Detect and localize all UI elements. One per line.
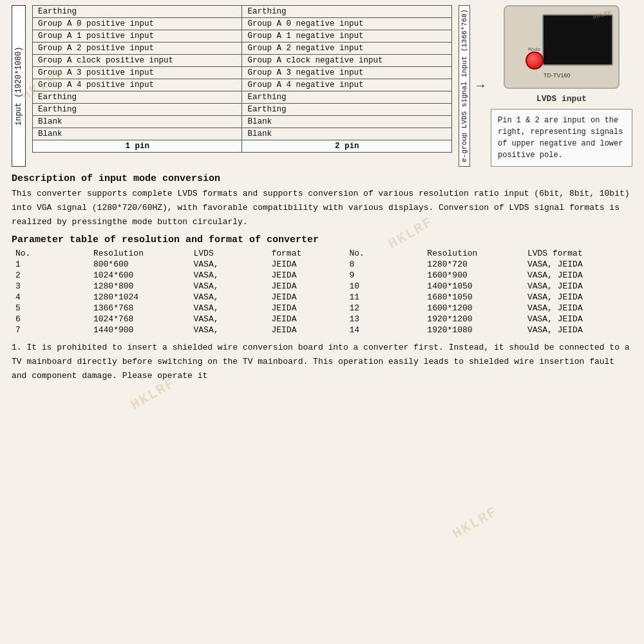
param-cell-3-4: 11 — [345, 292, 423, 303]
arrow-right: → — [477, 79, 484, 93]
param-cell-0-5: 1280*720 — [423, 259, 524, 270]
pin-table-row: Group A 0 positive inputGroup A 0 negati… — [33, 18, 452, 30]
device-button — [526, 52, 544, 70]
pin-cell-4-0: Group A clock positive input — [33, 55, 242, 67]
page-content: input (1920*1080) EarthingEarthingGroup … — [0, 0, 644, 389]
param-header-row: No.ResolutionLVDSformatNo.ResolutionLVDS… — [12, 248, 632, 259]
param-cell-3-6: VASA, JEIDA — [524, 292, 632, 303]
pin-table-row: BlankBlank — [33, 116, 452, 128]
pin-cell-5-1: Group A 3 negative input — [242, 67, 452, 79]
pin-cell-5-0: Group A 3 positive input — [33, 67, 242, 79]
pin-table-row: Group A 1 positive inputGroup A 1 negati… — [33, 30, 452, 43]
param-cell-6-2: VASA, — [190, 325, 268, 336]
param-header-0: No. — [12, 248, 90, 259]
param-cell-5-6: VASA, JEIDA — [524, 314, 632, 325]
pin-cell-7-0: Earthing — [33, 91, 242, 104]
param-cell-1-3: JEIDA — [267, 270, 345, 281]
param-cell-0-0: 1 — [12, 259, 90, 270]
param-cell-6-3: JEIDA — [267, 325, 345, 336]
parameter-title: Parameter table of resolution and format… — [12, 234, 632, 245]
device-model-label: TD-TV160 — [544, 72, 571, 79]
param-cell-4-0: 5 — [12, 303, 90, 314]
param-cell-3-0: 4 — [12, 292, 90, 303]
pin-cell-1-0: Group A 0 positive input — [33, 18, 242, 30]
param-cell-5-1: 1024*768 — [90, 314, 190, 325]
pin-footer-col2: 2 pin — [242, 140, 452, 153]
param-header-1: Resolution — [90, 248, 190, 259]
pin-footer-row: 1 pin 2 pin — [33, 140, 452, 153]
param-cell-6-1: 1440*900 — [90, 325, 190, 336]
param-cell-1-6: VASA, JEIDA — [524, 270, 632, 281]
param-cell-1-1: 1024*600 — [90, 270, 190, 281]
param-cell-1-4: 9 — [345, 270, 423, 281]
device-mode-text: Mode — [528, 46, 540, 52]
param-cell-5-5: 1920*1200 — [423, 314, 524, 325]
param-cell-1-2: VASA, — [190, 270, 268, 281]
param-cell-2-6: VASA, JEIDA — [524, 281, 632, 292]
param-cell-2-5: 1400*1050 — [423, 281, 524, 292]
right-area: HKLRF Mode TD-TV160 LVDS input Pin 1 & 2… — [491, 5, 632, 167]
param-cell-1-5: 1600*900 — [423, 270, 524, 281]
pin-table-row: EarthingEarthing — [33, 6, 452, 18]
lvds-input-label: LVDS input — [536, 94, 587, 104]
parameter-table: No.ResolutionLVDSformatNo.ResolutionLVDS… — [12, 248, 632, 336]
pin-cell-6-0: Group A 4 positive input — [33, 79, 242, 91]
pin-cell-2-0: Group A 1 positive input — [33, 30, 242, 43]
param-cell-4-2: VASA, — [190, 303, 268, 314]
description-title: Description of input mode conversion — [12, 173, 632, 184]
pin-cell-8-0: Earthing — [33, 104, 242, 116]
device-screen — [542, 14, 613, 66]
device-illustration: HKLRF Mode TD-TV160 — [504, 5, 620, 89]
param-cell-1-0: 2 — [12, 270, 90, 281]
param-cell-3-2: VASA, — [190, 292, 268, 303]
pin-table-row: BlankBlank — [33, 128, 452, 140]
param-cell-6-4: 14 — [345, 325, 423, 336]
pin-cell-8-1: Earthing — [242, 104, 452, 116]
pin-cell-9-0: Blank — [33, 116, 242, 128]
pin-cell-9-1: Blank — [242, 116, 452, 128]
pin-cell-2-1: Group A 1 negative input — [242, 30, 452, 43]
lvds-signal-label: e-group LVDS signal input (1366*768) — [459, 5, 470, 167]
pin-table-row: Group A 2 positive inputGroup A 2 negati… — [33, 43, 452, 55]
pin-cell-0-1: Earthing — [242, 6, 452, 18]
param-data-row-1: 21024*600VASA,JEIDA91600*900VASA, JEIDA — [12, 270, 632, 281]
top-section: input (1920*1080) EarthingEarthingGroup … — [12, 5, 632, 167]
param-header-6: LVDS format — [524, 248, 632, 259]
param-cell-0-4: 8 — [345, 259, 423, 270]
pin-cell-7-1: Earthing — [242, 91, 452, 104]
param-cell-2-3: JEIDA — [267, 281, 345, 292]
param-header-2: LVDS — [190, 248, 268, 259]
param-header-3: format — [267, 248, 345, 259]
param-cell-2-2: VASA, — [190, 281, 268, 292]
param-header-4: No. — [345, 248, 423, 259]
param-cell-4-3: JEIDA — [267, 303, 345, 314]
pin-table: EarthingEarthingGroup A 0 positive input… — [32, 5, 452, 153]
param-cell-5-4: 13 — [345, 314, 423, 325]
left-label: input (1920*1080) — [12, 5, 26, 167]
description-body: This converter supports complete LVDS fo… — [12, 187, 632, 229]
param-cell-4-1: 1366*768 — [90, 303, 190, 314]
pin-table-row: EarthingEarthing — [33, 91, 452, 104]
param-cell-5-2: VASA, — [190, 314, 268, 325]
pin-cell-6-1: Group A 4 negative input — [242, 79, 452, 91]
param-cell-0-6: VASA, JEIDA — [524, 259, 632, 270]
param-data-row-3: 41280*1024VASA,JEIDA111680*1050VASA, JEI… — [12, 292, 632, 303]
param-cell-6-0: 7 — [12, 325, 90, 336]
watermark-4: HKLRF — [450, 504, 500, 543]
param-cell-0-2: VASA, — [190, 259, 268, 270]
pin-cell-3-0: Group A 2 positive input — [33, 43, 242, 55]
param-cell-0-3: JEIDA — [267, 259, 345, 270]
param-data-row-6: 71440*900VASA,JEIDA141920*1080VASA, JEID… — [12, 325, 632, 336]
pin-footer-col1: 1 pin — [33, 140, 242, 153]
pin-table-row: EarthingEarthing — [33, 104, 452, 116]
note-box: Pin 1 & 2 are input on the right, repres… — [491, 109, 632, 167]
pin-cell-10-1: Blank — [242, 128, 452, 140]
param-cell-4-6: VASA, JEIDA — [524, 303, 632, 314]
param-cell-4-4: 12 — [345, 303, 423, 314]
notes-text: 1. It is prohibited to insert a shielded… — [12, 341, 632, 383]
pin-cell-10-0: Blank — [33, 128, 242, 140]
param-data-row-5: 61024*768VASA,JEIDA131920*1200VASA, JEID… — [12, 314, 632, 325]
pin-cell-0-0: Earthing — [33, 6, 242, 18]
param-data-row-2: 31280*800VASA,JEIDA101400*1050VASA, JEID… — [12, 281, 632, 292]
param-cell-6-5: 1920*1080 — [423, 325, 524, 336]
